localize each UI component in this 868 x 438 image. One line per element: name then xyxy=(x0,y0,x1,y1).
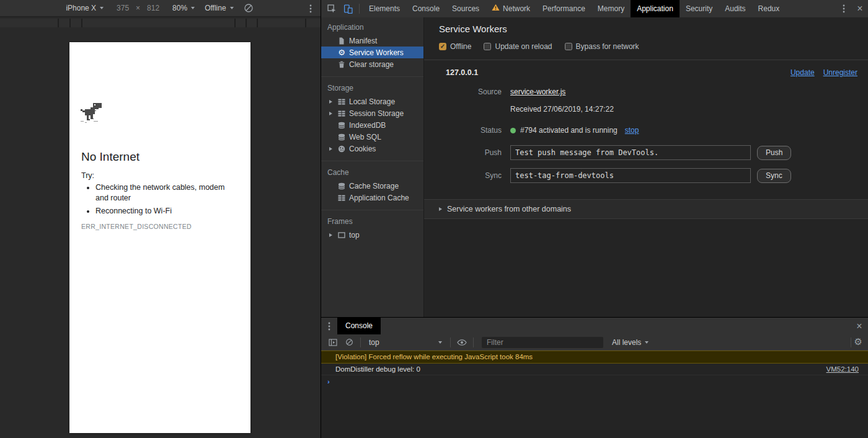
expander-icon xyxy=(329,147,332,151)
rotate-disabled-icon[interactable] xyxy=(244,2,255,14)
stop-link[interactable]: stop xyxy=(625,126,639,135)
tab-memory[interactable]: Memory xyxy=(591,0,631,17)
device-select-label: iPhone X xyxy=(66,4,96,12)
ruler-segment[interactable] xyxy=(247,19,257,27)
source-file-link[interactable]: service-worker.js xyxy=(510,87,565,96)
other-domains-label: Service workers from other domains xyxy=(447,205,571,213)
status-text: #794 activated and is running xyxy=(520,126,618,135)
table-icon xyxy=(337,194,346,202)
sidebar-item-service-workers[interactable]: ⚙ Service Workers xyxy=(321,47,423,58)
tab-console[interactable]: Console xyxy=(406,0,446,17)
sync-tag-input[interactable] xyxy=(510,168,751,183)
tab-elements[interactable]: Elements xyxy=(363,0,406,17)
sidebar-item-indexeddb[interactable]: IndexedDB xyxy=(321,119,423,131)
push-button[interactable]: Push xyxy=(757,146,791,160)
offline-suggestion: Checking the network cables, modem and r… xyxy=(95,182,237,203)
sidebar-item-frame-top[interactable]: top xyxy=(321,229,423,241)
sidebar-item-web-sql[interactable]: Web SQL xyxy=(321,131,423,143)
console-drawer-tab[interactable]: Console xyxy=(337,318,381,334)
device-screen: No Internet Try: Checking the network ca… xyxy=(69,42,250,433)
unregister-link[interactable]: Unregister xyxy=(823,68,857,77)
sidebar-item-cache-storage[interactable]: Cache Storage xyxy=(321,180,423,192)
device-more-options-button[interactable] xyxy=(309,4,316,13)
source-label: Source xyxy=(433,87,502,96)
log-source-link[interactable]: VM52:140 xyxy=(826,365,859,373)
update-on-reload-checkbox[interactable]: Update on reload xyxy=(484,42,552,51)
push-message-input[interactable] xyxy=(510,145,751,160)
device-dimensions: × xyxy=(113,4,162,12)
offline-checkbox[interactable]: ✓ Offline xyxy=(439,42,471,51)
bypass-for-network-checkbox[interactable]: Bypass for network xyxy=(565,42,639,51)
frame-icon xyxy=(337,231,346,239)
zoom-select[interactable]: 80% xyxy=(172,4,195,12)
toolbar-divider xyxy=(359,4,360,14)
sidebar-item-cookies[interactable]: Cookies xyxy=(321,143,423,154)
console-settings-button[interactable]: ⚙ xyxy=(848,337,862,347)
tab-redux[interactable]: Redux xyxy=(752,0,786,17)
gear-icon: ⚙ xyxy=(337,48,346,57)
inspect-element-icon[interactable] xyxy=(324,0,340,17)
table-icon xyxy=(337,109,346,118)
console-sidebar-toggle-icon[interactable] xyxy=(325,334,341,351)
sidebar-item-manifest[interactable]: Manifest xyxy=(321,35,423,47)
tab-sources[interactable]: Sources xyxy=(446,0,485,17)
sidebar-item-local-storage[interactable]: Local Storage xyxy=(321,96,423,107)
dimensions-times-label: × xyxy=(136,4,140,12)
tab-audits[interactable]: Audits xyxy=(719,0,751,17)
status-green-dot-icon xyxy=(510,128,516,133)
console-prompt[interactable]: › xyxy=(321,375,868,385)
tab-performance[interactable]: Performance xyxy=(536,0,591,17)
offline-dino-icon xyxy=(81,103,103,125)
devtools-close-button[interactable]: × xyxy=(852,0,868,17)
zoom-select-label: 80% xyxy=(172,4,187,12)
section-title: Cache xyxy=(321,165,423,180)
table-icon xyxy=(337,97,346,106)
ruler-segment[interactable] xyxy=(59,19,69,27)
close-icon: × xyxy=(856,321,862,331)
ruler-segment[interactable] xyxy=(0,19,58,27)
section-title: Application xyxy=(321,20,423,35)
device-toolbar-toggle-icon[interactable] xyxy=(340,0,356,17)
devtools-more-options-button[interactable] xyxy=(836,0,852,17)
ruler-segment[interactable] xyxy=(306,19,321,27)
gear-icon: ⚙ xyxy=(854,337,862,347)
ruler-segment[interactable] xyxy=(71,19,81,27)
console-filter-input[interactable] xyxy=(482,337,603,348)
devtools-window: iPhone X × 80% Offline xyxy=(0,0,868,438)
drawer-menu-button[interactable] xyxy=(321,318,337,334)
console-close-button[interactable]: × xyxy=(850,321,868,331)
other-domains-expander[interactable]: Service workers from other domains xyxy=(424,199,868,219)
media-query-ruler[interactable] xyxy=(0,19,321,27)
tab-security[interactable]: Security xyxy=(680,0,719,17)
sidebar-item-application-cache[interactable]: Application Cache xyxy=(321,192,423,203)
expander-icon xyxy=(329,112,332,115)
ruler-segment[interactable] xyxy=(236,19,246,27)
device-width-input[interactable] xyxy=(113,4,132,12)
sync-button[interactable]: Sync xyxy=(757,169,791,183)
device-emulation-pane: iPhone X × 80% Offline xyxy=(0,0,321,438)
execution-context-select[interactable]: top xyxy=(364,338,447,347)
tab-application[interactable]: Application xyxy=(631,0,680,17)
application-sidebar: Application Manifest ⚙ Service Workers xyxy=(321,17,424,317)
tab-network[interactable]: Network xyxy=(485,0,536,17)
ruler-segment[interactable] xyxy=(258,19,305,27)
throttle-select[interactable]: Offline xyxy=(205,4,233,12)
log-levels-select[interactable]: All levels xyxy=(612,338,649,347)
database-icon xyxy=(337,121,346,130)
origin-label: 127.0.0.1 xyxy=(446,68,478,77)
update-link[interactable]: Update xyxy=(790,68,815,77)
source-row: Source service-worker.js xyxy=(433,87,868,97)
toolbar-divider xyxy=(851,337,851,347)
device-height-input[interactable] xyxy=(144,4,162,12)
offline-suggestion: Reconnecting to Wi-Fi xyxy=(95,206,237,217)
checkbox-checked-icon: ✓ xyxy=(439,43,446,50)
device-select[interactable]: iPhone X xyxy=(66,4,104,12)
eye-icon[interactable] xyxy=(454,334,470,351)
sidebar-item-session-storage[interactable]: Session Storage xyxy=(321,107,423,119)
clear-console-icon[interactable] xyxy=(341,334,357,351)
console-tab-row: Console × xyxy=(321,318,868,334)
ruler-segment[interactable] xyxy=(82,19,234,27)
sidebar-section-cache: Cache Cache Storage Application Cache xyxy=(321,165,423,210)
sidebar-item-clear-storage[interactable]: Clear storage xyxy=(321,58,423,70)
console-drawer: Console × top All levels xyxy=(321,317,868,438)
